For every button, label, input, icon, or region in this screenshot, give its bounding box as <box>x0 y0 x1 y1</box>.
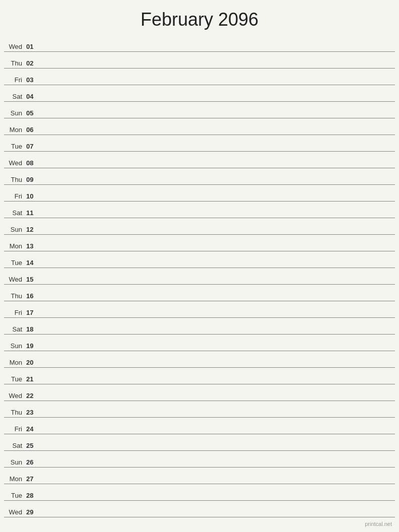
day-number: 06 <box>25 126 39 134</box>
day-number: 23 <box>25 409 39 416</box>
footer-text: printcal.net <box>365 521 392 527</box>
day-name: Thu <box>4 409 25 416</box>
day-name: Mon <box>4 242 25 250</box>
day-number: 24 <box>25 425 39 433</box>
day-name: Sat <box>4 442 25 449</box>
day-number: 22 <box>25 392 39 400</box>
day-name: Sun <box>4 342 25 350</box>
day-name: Mon <box>4 475 25 483</box>
table-row: Tue21 <box>4 368 395 384</box>
table-row: Fri10 <box>4 185 395 202</box>
day-number: 02 <box>25 59 39 67</box>
table-row: Thu16 <box>4 285 395 301</box>
day-number: 28 <box>25 492 39 499</box>
table-row: Wed22 <box>4 384 395 401</box>
day-number: 08 <box>25 159 39 167</box>
day-number: 12 <box>25 226 39 233</box>
day-number: 16 <box>25 292 39 300</box>
day-number: 21 <box>25 375 39 383</box>
day-number: 03 <box>25 76 39 84</box>
day-number: 04 <box>25 93 39 100</box>
table-row: Thu23 <box>4 401 395 418</box>
day-name: Sun <box>4 226 25 233</box>
table-row: Mon06 <box>4 118 395 135</box>
day-name: Tue <box>4 259 25 267</box>
table-row: Wed08 <box>4 152 395 168</box>
day-name: Tue <box>4 143 25 150</box>
day-name: Sat <box>4 93 25 100</box>
day-name: Wed <box>4 508 25 516</box>
table-row: Sat04 <box>4 85 395 102</box>
day-name: Fri <box>4 192 25 200</box>
table-row: Wed29 <box>4 501 395 517</box>
day-number: 10 <box>25 192 39 200</box>
table-row: Fri17 <box>4 301 395 318</box>
day-name: Sun <box>4 109 25 117</box>
day-number: 29 <box>25 508 39 516</box>
day-number: 25 <box>25 442 39 449</box>
day-number: 11 <box>25 209 39 217</box>
day-number: 09 <box>25 176 39 183</box>
table-row: Wed15 <box>4 268 395 285</box>
day-name: Fri <box>4 425 25 433</box>
day-name: Wed <box>4 276 25 283</box>
table-row: Wed01 <box>4 35 395 52</box>
table-row: Fri03 <box>4 69 395 85</box>
table-row: Sun19 <box>4 335 395 351</box>
day-name: Wed <box>4 392 25 400</box>
day-number: 01 <box>25 43 39 50</box>
table-row: Tue14 <box>4 251 395 268</box>
day-name: Mon <box>4 126 25 134</box>
day-number: 26 <box>25 458 39 466</box>
table-row: Thu02 <box>4 52 395 69</box>
table-row: Mon20 <box>4 351 395 368</box>
day-number: 15 <box>25 276 39 283</box>
day-name: Wed <box>4 159 25 167</box>
table-row: Sun12 <box>4 218 395 235</box>
table-row: Sat11 <box>4 202 395 218</box>
day-name: Sat <box>4 209 25 217</box>
table-row: Tue07 <box>4 135 395 152</box>
table-row: Sat25 <box>4 434 395 451</box>
day-number: 13 <box>25 242 39 250</box>
day-number: 27 <box>25 475 39 483</box>
day-name: Thu <box>4 176 25 183</box>
table-row: Tue28 <box>4 484 395 501</box>
table-row: Mon27 <box>4 468 395 484</box>
table-row: Sun05 <box>4 102 395 118</box>
table-row: Sat18 <box>4 318 395 335</box>
table-row: Fri24 <box>4 418 395 434</box>
day-name: Tue <box>4 492 25 499</box>
day-name: Fri <box>4 76 25 84</box>
page-title: February 2096 <box>0 0 399 35</box>
day-number: 17 <box>25 309 39 316</box>
table-row: Sun26 <box>4 451 395 468</box>
day-number: 14 <box>25 259 39 267</box>
day-number: 05 <box>25 109 39 117</box>
day-name: Thu <box>4 292 25 300</box>
calendar-grid: Wed01Thu02Fri03Sat04Sun05Mon06Tue07Wed08… <box>0 35 399 517</box>
day-name: Fri <box>4 309 25 316</box>
day-number: 07 <box>25 143 39 150</box>
day-name: Sun <box>4 458 25 466</box>
day-number: 18 <box>25 325 39 333</box>
day-name: Thu <box>4 59 25 67</box>
day-name: Wed <box>4 43 25 50</box>
day-number: 20 <box>25 359 39 366</box>
day-number: 19 <box>25 342 39 350</box>
day-name: Tue <box>4 375 25 383</box>
day-name: Mon <box>4 359 25 366</box>
table-row: Thu09 <box>4 168 395 185</box>
day-name: Sat <box>4 325 25 333</box>
table-row: Mon13 <box>4 235 395 251</box>
